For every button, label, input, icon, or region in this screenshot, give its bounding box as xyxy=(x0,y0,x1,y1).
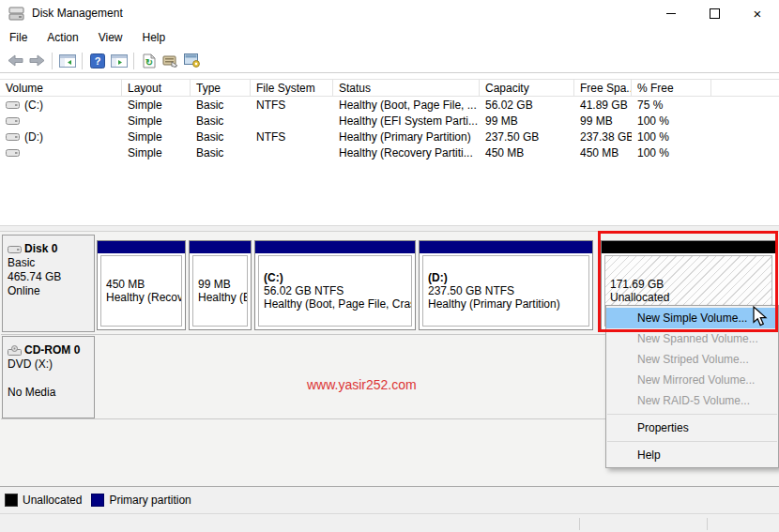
disk0-size: 465.74 GB xyxy=(8,270,89,284)
cell-capacity: 450 MB xyxy=(480,146,574,160)
cdrom-label-panel[interactable]: CD-ROM 0 DVD (X:) No Media xyxy=(2,336,95,418)
cell-type: Basic xyxy=(191,114,251,128)
menu-file[interactable]: File xyxy=(7,28,37,47)
cell-type: Basic xyxy=(191,146,251,160)
column-header-file-system[interactable]: File System xyxy=(251,80,333,96)
pane-splitter[interactable] xyxy=(0,225,779,232)
disk0-status: Online xyxy=(8,284,89,298)
minimize-button[interactable] xyxy=(649,0,693,26)
partition-c[interactable]: (C:) 56.02 GB NTFS Healthy (Boot, Page F… xyxy=(254,240,416,330)
menu-item-properties[interactable]: Properties xyxy=(606,418,778,438)
column-header-free-space[interactable]: Free Spa... xyxy=(574,80,632,96)
close-button[interactable]: × xyxy=(736,0,779,26)
partition-color-bar xyxy=(98,241,185,253)
manage-computer-button[interactable] xyxy=(181,51,203,70)
back-button[interactable] xyxy=(5,51,26,70)
volume-row-c[interactable]: (C:) Simple Basic NTFS Healthy (Boot, Pa… xyxy=(0,97,779,113)
volume-row-efi[interactable]: Simple Basic Healthy (EFI System Parti..… xyxy=(0,113,779,129)
cell-capacity: 99 MB xyxy=(480,114,574,128)
column-header-capacity[interactable]: Capacity xyxy=(480,80,574,96)
cell-capacity: 237.50 GB xyxy=(480,130,574,144)
column-header-layout[interactable]: Layout xyxy=(122,80,191,96)
volume-icon xyxy=(6,132,20,142)
column-header-pct-free[interactable]: % Free xyxy=(632,80,711,96)
cell-status: Healthy (EFI System Parti... xyxy=(333,114,480,128)
volume-icon xyxy=(6,116,20,126)
cell-capacity: 56.02 GB xyxy=(480,99,574,112)
menu-item-new-simple-volume[interactable]: New Simple Volume... xyxy=(606,308,778,328)
disk-properties-button[interactable] xyxy=(160,51,181,70)
cell-file-system: NTFS xyxy=(251,130,333,144)
partition-size: 171.69 GB xyxy=(610,278,767,291)
partition-status: Unallocated xyxy=(610,291,767,304)
refresh-button[interactable]: ↻ xyxy=(138,51,160,70)
cell-type: Basic xyxy=(191,99,251,112)
disk-management-icon xyxy=(8,7,24,21)
context-menu: New Simple Volume... New Spanned Volume.… xyxy=(605,305,779,468)
show-console-tree-button[interactable] xyxy=(56,51,78,70)
forward-button[interactable] xyxy=(26,51,48,70)
toolbar-separator xyxy=(133,53,134,69)
help-icon: ? xyxy=(90,53,105,68)
cell-free-space: 99 MB xyxy=(574,114,632,128)
maximize-button[interactable] xyxy=(693,0,736,26)
volume-icon xyxy=(6,148,20,158)
menu-separator xyxy=(607,441,777,442)
toolbar-separator xyxy=(82,53,83,69)
partition-letter: (C:) xyxy=(264,271,406,284)
volume-name: (D:) xyxy=(24,130,43,144)
column-header-filler xyxy=(711,80,779,96)
detail-pane-icon xyxy=(111,54,128,68)
forward-icon xyxy=(29,54,45,67)
partition-status: Healthy (Recov xyxy=(106,291,176,304)
legend-label-primary: Primary partition xyxy=(109,494,191,507)
cell-free-space: 237.38 GB xyxy=(574,130,632,144)
partition-recovery[interactable]: 450 MB Healthy (Recov xyxy=(97,240,186,330)
window-title: Disk Management xyxy=(32,7,123,20)
partition-color-bar xyxy=(602,241,775,253)
disk-icon xyxy=(8,245,22,254)
toolbar: ? ↻ xyxy=(0,49,779,73)
show-detail-pane-button[interactable] xyxy=(108,51,130,70)
partition-status: Healthy (Boot, Page File, Cras xyxy=(264,297,406,311)
legend-label-unallocated: Unallocated xyxy=(23,494,82,507)
partition-status: Healthy (Primary Partition) xyxy=(428,297,584,311)
volume-list: Volume Layout Type File System Status Ca… xyxy=(0,74,779,225)
cell-pct-free: 75 % xyxy=(632,99,711,112)
legend-bar: Unallocated Primary partition xyxy=(0,486,779,513)
maximize-icon xyxy=(710,8,720,19)
cell-file-system: NTFS xyxy=(251,99,333,112)
menu-item-new-spanned-volume: New Spanned Volume... xyxy=(606,328,778,349)
volume-icon xyxy=(6,100,20,110)
help-button[interactable]: ? xyxy=(86,51,108,70)
cell-layout: Simple xyxy=(122,99,191,112)
partition-color-bar xyxy=(255,241,415,253)
menu-item-new-striped-volume: New Striped Volume... xyxy=(606,349,778,370)
volume-row-recovery[interactable]: Simple Basic Healthy (Recovery Partiti..… xyxy=(0,144,779,160)
legend-swatch-unallocated xyxy=(5,494,18,507)
cell-status: Healthy (Boot, Page File, ... xyxy=(333,99,480,112)
menu-help[interactable]: Help xyxy=(140,28,176,47)
cell-layout: Simple xyxy=(122,146,191,160)
svg-text:?: ? xyxy=(94,55,100,67)
menu-item-help[interactable]: Help xyxy=(606,445,778,465)
partition-size: 450 MB xyxy=(106,278,176,291)
partition-status: Healthy (EF xyxy=(198,291,242,304)
partition-d[interactable]: (D:) 237.50 GB NTFS Healthy (Primary Par… xyxy=(419,240,593,330)
menu-separator xyxy=(607,414,777,415)
cell-status: Healthy (Recovery Partiti... xyxy=(333,146,480,160)
partition-letter: (D:) xyxy=(428,271,584,284)
volume-name: (C:) xyxy=(24,99,43,112)
menu-item-new-mirrored-volume: New Mirrored Volume... xyxy=(606,370,778,390)
statusbar-divider xyxy=(579,518,580,530)
disk0-label-panel[interactable]: Disk 0 Basic 465.74 GB Online xyxy=(2,235,95,332)
close-icon: × xyxy=(754,7,762,21)
menu-action[interactable]: Action xyxy=(44,28,87,47)
column-header-type[interactable]: Type xyxy=(191,80,251,96)
partition-size: 237.50 GB NTFS xyxy=(428,284,584,297)
volume-row-d[interactable]: (D:) Simple Basic NTFS Healthy (Primary … xyxy=(0,129,779,144)
partition-efi[interactable]: 99 MB Healthy (EF xyxy=(189,240,252,330)
column-header-status[interactable]: Status xyxy=(333,80,480,96)
menu-view[interactable]: View xyxy=(96,28,132,47)
column-header-volume[interactable]: Volume xyxy=(0,80,122,96)
